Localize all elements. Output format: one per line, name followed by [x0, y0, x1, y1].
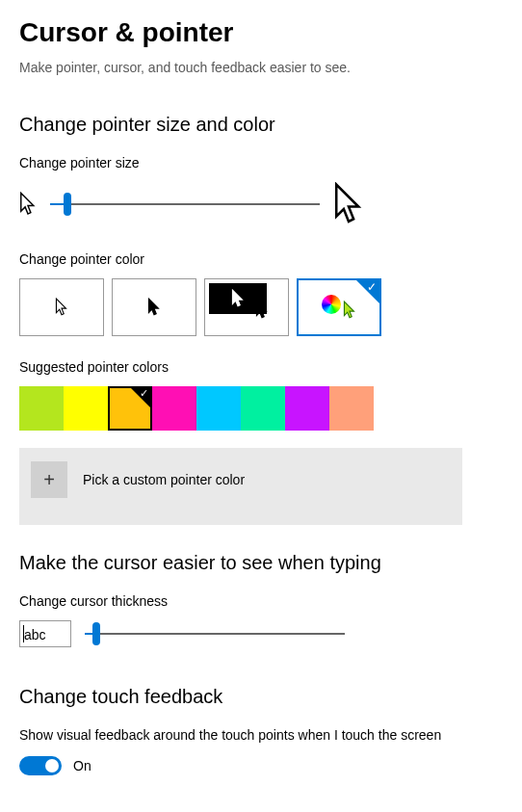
pointer-size-label: Change pointer size: [19, 155, 503, 170]
color-swatch-yellow[interactable]: [64, 386, 108, 431]
color-swatch-lime[interactable]: [19, 386, 64, 431]
cursor-thickness-label: Change cursor thickness: [19, 593, 503, 609]
plus-icon: +: [31, 461, 67, 498]
pick-custom-color-button[interactable]: + Pick a custom pointer color: [19, 448, 462, 525]
section-heading-touch-feedback: Change touch feedback: [19, 686, 503, 708]
suggested-colors-label: Suggested pointer colors: [19, 359, 503, 375]
pointer-color-label: Change pointer color: [19, 251, 503, 267]
cursor-thickness-preview: abc: [19, 620, 71, 647]
color-wheel-icon: [322, 295, 341, 314]
pointer-color-option-white[interactable]: [19, 278, 104, 336]
cursor-thickness-slider-thumb[interactable]: [92, 622, 100, 645]
color-swatch-gold[interactable]: ✓: [108, 386, 152, 431]
suggested-color-swatches: ✓: [19, 386, 503, 431]
checkmark-icon: ✓: [140, 388, 148, 399]
touch-feedback-toggle[interactable]: [19, 756, 62, 775]
pick-custom-color-label: Pick a custom pointer color: [83, 472, 245, 487]
color-swatch-salmon[interactable]: [329, 386, 374, 431]
color-swatch-magenta[interactable]: [152, 386, 196, 431]
pointer-size-slider[interactable]: [50, 193, 320, 216]
pointer-color-option-inverted[interactable]: [204, 278, 289, 336]
touch-feedback-description: Show visual feedback around the touch po…: [19, 727, 472, 743]
pointer-size-max-icon: [333, 182, 364, 226]
section-heading-cursor-typing: Make the cursor easier to see when typin…: [19, 552, 503, 574]
section-heading-pointer-size-color: Change pointer size and color: [19, 114, 503, 136]
color-swatch-purple[interactable]: [285, 386, 329, 431]
page-title: Cursor & pointer: [19, 17, 503, 48]
touch-feedback-toggle-state: On: [73, 758, 91, 773]
color-swatch-cyan[interactable]: [196, 386, 241, 431]
pointer-color-option-custom[interactable]: ✓: [297, 278, 381, 336]
pointer-color-option-black[interactable]: [112, 278, 196, 336]
pointer-size-slider-thumb[interactable]: [64, 193, 71, 216]
checkmark-icon: ✓: [367, 281, 377, 293]
color-swatch-teal[interactable]: [241, 386, 285, 431]
pointer-size-min-icon: [19, 192, 37, 217]
cursor-thickness-slider[interactable]: [85, 622, 345, 645]
page-subtitle: Make pointer, cursor, and touch feedback…: [19, 60, 503, 75]
